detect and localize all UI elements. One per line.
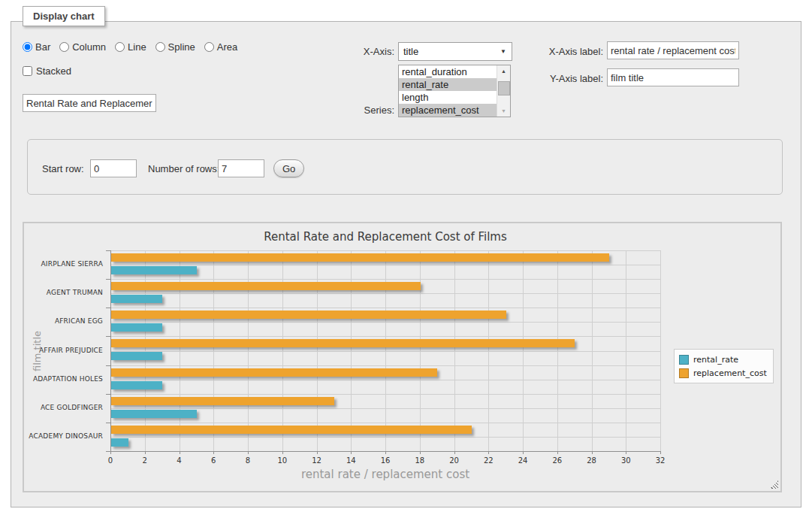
v-gridline <box>248 250 249 451</box>
x-tick-label: 6 <box>202 456 225 465</box>
x-axis-select[interactable]: title ▼ <box>398 42 512 61</box>
x-tick-label: 4 <box>168 456 191 465</box>
x-tick-label: 32 <box>649 456 672 465</box>
v-gridline <box>488 250 489 451</box>
series-listbox[interactable]: rental_durationrental_ratelengthreplacem… <box>398 65 511 117</box>
x-tick-label: 12 <box>306 456 328 465</box>
legend-item-rental_rate[interactable]: rental_rate <box>679 353 767 366</box>
x-axis-line <box>110 451 661 452</box>
v-gridline <box>282 250 283 451</box>
legend-label: replacement_cost <box>693 368 767 378</box>
chart-type-label: Spline <box>168 41 195 53</box>
chart-type-radio-bar[interactable] <box>23 42 32 52</box>
x-axis-caption: X-Axis: <box>334 46 394 57</box>
bar-replacement_cost <box>111 282 421 290</box>
y-axis-tick <box>106 279 110 280</box>
x-tick-label: 26 <box>546 456 569 465</box>
y-axis-tick <box>106 336 110 337</box>
start-row-input[interactable] <box>90 159 137 177</box>
y-axis-label-caption: Y-Axis label: <box>526 73 603 84</box>
y-axis-tick <box>106 423 110 423</box>
chart-type-option-area[interactable]: Area <box>204 41 237 53</box>
x-tick-label: 24 <box>512 456 534 465</box>
v-gridline <box>626 250 626 451</box>
chart-type-option-spline[interactable]: Spline <box>155 41 195 53</box>
chart-type-option-column[interactable]: Column <box>59 41 106 53</box>
y-axis-title: film title <box>32 306 44 396</box>
x-tick-label: 18 <box>409 456 431 465</box>
legend-label: rental_rate <box>693 355 738 365</box>
x-tick-label: 16 <box>374 456 397 465</box>
series-option-rental_rate[interactable]: rental_rate <box>399 78 497 91</box>
x-axis-selected-value: title <box>403 46 418 57</box>
v-gridline <box>180 250 180 451</box>
category-label: ACADEMY DINOSAUR <box>24 432 103 440</box>
x-tick-label: 20 <box>443 456 466 465</box>
bar-replacement_cost <box>111 253 609 262</box>
bar-rental_rate <box>111 438 128 447</box>
y-axis-tick <box>106 308 110 308</box>
panel-legend: Display chart <box>23 6 105 26</box>
chart-type-radio-area[interactable] <box>204 42 214 52</box>
y-axis-label-input[interactable] <box>607 68 739 86</box>
y-axis-tick <box>106 250 110 251</box>
v-gridline <box>592 250 593 451</box>
series-option-rental_duration[interactable]: rental_duration <box>399 65 497 78</box>
bar-rental_rate <box>111 381 162 389</box>
x-tick-label: 28 <box>581 456 603 465</box>
chart-type-label: Bar <box>35 41 50 53</box>
x-tick-label: 8 <box>237 456 259 465</box>
v-gridline <box>557 250 558 451</box>
x-axis-label-input[interactable] <box>607 41 739 59</box>
x-tick-label: 14 <box>340 456 362 465</box>
series-option-replacement_cost[interactable]: replacement_cost <box>399 104 497 117</box>
v-gridline <box>317 250 318 451</box>
x-tick-label: 10 <box>271 456 294 465</box>
x-tick-label: 22 <box>477 456 500 465</box>
dropdown-arrow-icon: ▼ <box>500 49 506 55</box>
category-label: ACE GOLDFINGER <box>24 404 103 411</box>
start-row-label: Start row: <box>42 163 84 174</box>
stacked-checkbox[interactable] <box>23 66 32 76</box>
scroll-down-icon[interactable]: ▼ <box>497 105 510 117</box>
legend-swatch-replacement_cost <box>679 368 689 378</box>
stacked-checkbox-row[interactable]: Stacked <box>23 65 71 77</box>
series-caption: Series: <box>334 105 394 116</box>
chart-type-label: Area <box>217 41 237 53</box>
bar-replacement_cost <box>111 339 575 347</box>
chart-title-input[interactable] <box>23 94 156 112</box>
v-gridline <box>145 250 146 451</box>
x-tick-label: 0 <box>99 456 122 465</box>
scroll-up-icon[interactable]: ▲ <box>497 65 510 77</box>
chart-legend: rental_ratereplacement_cost <box>674 349 774 383</box>
legend-item-replacement_cost[interactable]: replacement_cost <box>679 366 767 380</box>
stacked-label: Stacked <box>36 65 71 77</box>
legend-swatch-rental_rate <box>679 355 689 365</box>
chart-type-option-bar[interactable]: Bar <box>23 41 50 53</box>
v-gridline <box>420 250 421 451</box>
bar-rental_rate <box>111 352 162 360</box>
chart-type-radio-column[interactable] <box>59 42 69 52</box>
y-axis-tick <box>106 451 110 452</box>
category-label: AIRPLANE SIERRA <box>24 260 103 268</box>
go-button[interactable]: Go <box>273 159 304 177</box>
x-axis-title: rental rate / replacement cost <box>110 468 660 481</box>
bar-rental_rate <box>111 295 162 303</box>
series-option-length[interactable]: length <box>399 91 497 104</box>
bar-replacement_cost <box>111 426 472 434</box>
chart-type-radio-line[interactable] <box>115 42 125 52</box>
v-gridline <box>523 250 524 451</box>
x-tick-label: 2 <box>134 456 156 465</box>
chart-type-option-line[interactable]: Line <box>115 41 146 53</box>
series-scrollbar[interactable]: ▲ ▼ <box>497 65 510 117</box>
number-of-rows-input[interactable] <box>218 159 264 177</box>
chart-title: Rental Rate and Replacement Cost of Film… <box>110 230 660 244</box>
scrollbar-thumb[interactable] <box>498 81 510 95</box>
chart-type-radio-group: BarColumnLineSplineArea <box>23 41 237 53</box>
y-axis-tick <box>106 365 110 366</box>
y-axis-line <box>110 250 111 452</box>
chart-type-label: Column <box>72 41 106 53</box>
x-tick-label: 30 <box>614 456 637 465</box>
chart-type-radio-spline[interactable] <box>155 42 165 52</box>
resize-grip[interactable] <box>770 480 778 489</box>
